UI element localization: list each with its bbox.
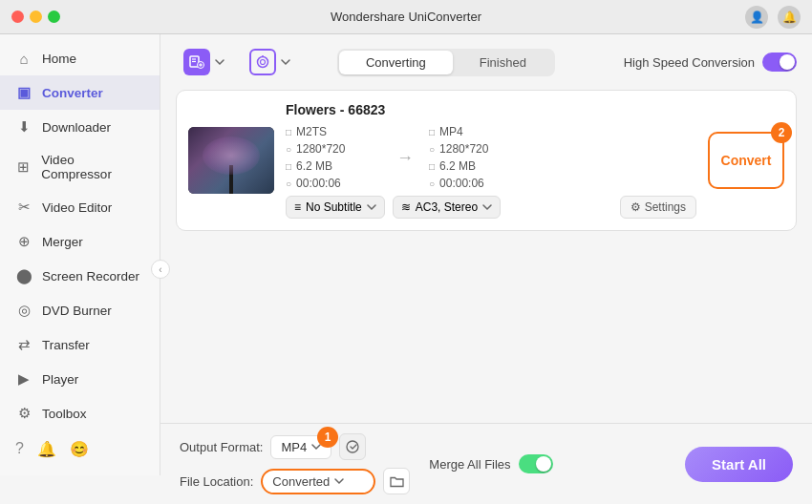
target-duration-icon: ○: [429, 178, 435, 189]
target-resolution-item: ○ 1280*720: [429, 142, 524, 156]
file-location-select[interactable]: Converted: [261, 469, 375, 494]
sidebar-item-downloader[interactable]: ⬇ Downloader: [0, 110, 160, 144]
sidebar-item-dvd-burner[interactable]: ◎ DVD Burner: [0, 293, 160, 327]
sidebar-item-home[interactable]: ⌂ Home: [0, 42, 160, 75]
convert-button-wrapper: 2 Convert: [708, 132, 784, 189]
size-icon: □: [286, 161, 291, 172]
file-card: Flowers - 66823 □ M2TS ○ 1280*720: [176, 90, 797, 231]
sidebar-item-label: Merger: [42, 235, 83, 249]
sidebar-item-label: Screen Recorder: [42, 269, 139, 284]
file-list: Flowers - 66823 □ M2TS ○ 1280*720: [160, 90, 812, 423]
audio-icon: ≋: [401, 200, 411, 214]
target-size-item: □ 6.2 MB: [429, 159, 524, 173]
sidebar-item-label: Home: [42, 52, 76, 66]
add-file-button[interactable]: [176, 44, 232, 80]
bottom-bar: Output Format: 1 MP4 File Location:: [160, 423, 812, 504]
feedback-icon[interactable]: 😊: [70, 440, 89, 458]
source-resolution-item: ○ 1280*720: [286, 142, 381, 156]
sidebar-item-player[interactable]: ▶ Player: [0, 362, 160, 396]
sidebar-item-screen-recorder[interactable]: ⬤ Screen Recorder: [0, 259, 160, 293]
merge-toggle-switch[interactable]: [519, 454, 553, 473]
file-icon: □: [286, 127, 291, 137]
titlebar-icons: 👤 🔔: [745, 6, 801, 29]
titlebar: Wondershare UniConverter 👤 🔔: [0, 0, 812, 34]
window-controls[interactable]: [11, 10, 60, 23]
target-resolution: 1280*720: [439, 142, 488, 156]
finished-tab[interactable]: Finished: [453, 51, 553, 74]
minimize-button[interactable]: [30, 10, 42, 23]
sidebar-item-label: Toolbox: [42, 407, 87, 421]
file-title: Flowers - 66823: [286, 102, 696, 117]
content-area: Converting Finished High Speed Conversio…: [160, 34, 812, 504]
editor-icon: ✂: [15, 199, 32, 216]
speed-switch[interactable]: [762, 52, 797, 72]
file-controls: ≡ No Subtitle ≋ AC3, Stereo ⚙ Settings: [286, 196, 696, 219]
target-meta: □ MP4 ○ 1280*720 □ 6.2 MB: [429, 125, 524, 190]
target-duration: 00:00:06: [439, 177, 484, 190]
scan-icon: [249, 49, 276, 75]
maximize-button[interactable]: [48, 10, 60, 23]
subtitle-label: No Subtitle: [306, 200, 362, 214]
help-icon[interactable]: ?: [15, 440, 24, 458]
recorder-icon: ⬤: [15, 267, 32, 284]
output-format-label: Output Format:: [180, 440, 263, 454]
sidebar-item-label: Player: [42, 372, 78, 387]
output-format-select[interactable]: 1 MP4: [270, 435, 331, 459]
file-meta-row: □ M2TS ○ 1280*720 □ 6.2 MB: [286, 125, 696, 190]
start-all-button[interactable]: Start All: [685, 447, 793, 482]
add-file-icon: [183, 49, 210, 75]
audio-label: AC3, Stereo: [416, 200, 478, 214]
audio-select[interactable]: ≋ AC3, Stereo: [393, 196, 501, 219]
settings-icon: ⚙: [630, 200, 641, 214]
sidebar: ⌂ Home ▣ Converter ⬇ Downloader ⊞ Video …: [0, 34, 160, 475]
player-icon: ▶: [15, 370, 32, 388]
target-size-icon: □: [429, 161, 435, 172]
scan-button[interactable]: [242, 44, 298, 80]
toolbox-icon: ⚙: [15, 405, 32, 422]
source-format: M2TS: [296, 125, 327, 138]
converting-tab[interactable]: Converting: [339, 51, 453, 74]
transfer-icon: ⇄: [15, 336, 32, 353]
app-title: Wondershare UniConverter: [331, 10, 481, 24]
source-size: 6.2 MB: [296, 159, 332, 173]
file-location-row: File Location: Converted: [180, 468, 410, 494]
merge-files-toggle: Merge All Files: [429, 454, 552, 473]
sidebar-item-video-compressor[interactable]: ⊞ Video Compressor: [0, 144, 160, 190]
sidebar-item-label: Video Editor: [42, 200, 112, 215]
user-icon[interactable]: 👤: [745, 6, 768, 29]
close-button[interactable]: [11, 10, 24, 23]
sidebar-item-label: Downloader: [42, 120, 111, 135]
file-thumbnail: [188, 127, 274, 194]
format-edit-button[interactable]: [339, 433, 366, 460]
file-location-label: File Location:: [180, 474, 253, 489]
toggle-knob: [780, 54, 795, 70]
target-format-item: □ MP4: [429, 125, 524, 138]
merger-icon: ⊕: [15, 233, 32, 250]
sidebar-item-video-editor[interactable]: ✂ Video Editor: [0, 190, 160, 224]
source-meta: □ M2TS ○ 1280*720 □ 6.2 MB: [286, 125, 381, 190]
sidebar-collapse-button[interactable]: ‹: [151, 260, 170, 279]
source-duration: 00:00:06: [296, 177, 341, 190]
target-format: MP4: [439, 125, 463, 138]
format-value: MP4: [281, 440, 307, 454]
settings-button[interactable]: ⚙ Settings: [620, 196, 696, 219]
sidebar-bottom: ? 🔔 😊: [0, 430, 160, 468]
sidebar-item-label: DVD Burner: [42, 304, 112, 318]
output-format-row: Output Format: 1 MP4: [180, 433, 410, 460]
convert-button[interactable]: Convert: [708, 132, 784, 189]
svg-point-7: [261, 60, 266, 65]
settings-label: Settings: [645, 200, 686, 214]
sidebar-item-transfer[interactable]: ⇄ Transfer: [0, 327, 160, 362]
sidebar-item-toolbox[interactable]: ⚙ Toolbox: [0, 396, 160, 430]
sidebar-item-merger[interactable]: ⊕ Merger: [0, 224, 160, 259]
source-format-item: □ M2TS: [286, 125, 381, 138]
toolbar: Converting Finished High Speed Conversio…: [160, 34, 812, 90]
merge-toggle-knob: [536, 456, 551, 472]
sidebar-item-converter[interactable]: ▣ Converter: [0, 75, 160, 110]
subtitle-select[interactable]: ≡ No Subtitle: [286, 196, 385, 219]
folder-button[interactable]: [383, 468, 410, 494]
target-resolution-icon: ○: [429, 144, 435, 155]
conversion-arrow: →: [381, 148, 429, 168]
bell-icon[interactable]: 🔔: [778, 6, 801, 29]
notification-icon[interactable]: 🔔: [37, 440, 56, 458]
